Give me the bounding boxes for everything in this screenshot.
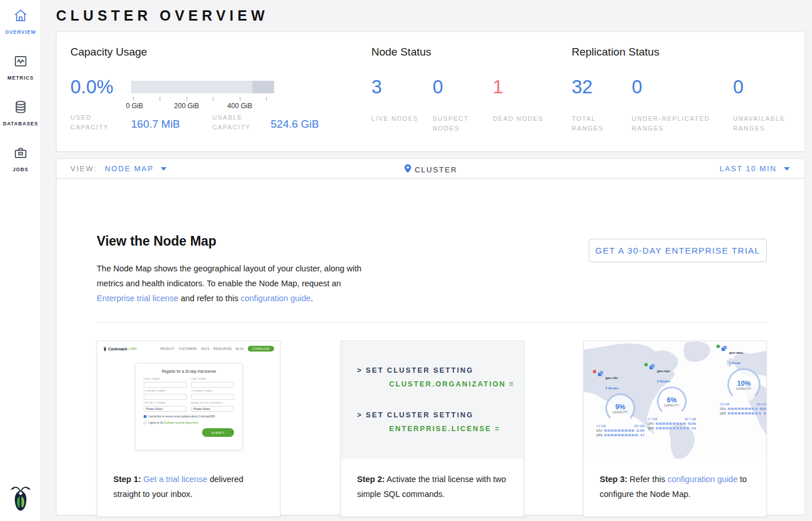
sql-line: CLUSTER.ORGANIZATION = [389,380,514,388]
node-cube-icon [598,371,604,377]
used-capacity-value: 160.7 MiB [131,118,180,131]
sidebar-item-label: JOBS [13,167,29,172]
sidebar-item-jobs[interactable]: JOBS [0,137,41,183]
unavailable-ranges-metric: 0 UNAVAILABLE RANGES [733,76,786,133]
nav-docs: DOCS [201,348,209,350]
configuration-guide-link[interactable]: configuration guide [667,475,738,484]
live-node-dot [716,345,720,348]
dead-node-dot [593,370,596,373]
section-divider [97,322,767,323]
step-3-card: geo-sfo2 Nodes 9% CAPACITY 3.2 GiB351 Gi… [583,341,767,517]
nav-blog: BLOG [236,348,244,350]
step-number: Step 1: [113,475,141,484]
view-label: VIEW: [70,164,97,173]
caption-text: Refer this [627,475,667,484]
locality-geo-nyc: geo-nyc2 Nodes 6% CAPACITY 3.7 GiB65.7 G… [644,364,699,430]
capacity-label: CAPACITY [664,404,680,407]
sidebar-item-overview[interactable]: OVERVIEW [0,0,41,46]
step-3-caption: Step 3: Refer this configuration guide t… [584,472,766,502]
gauge-tick [187,97,187,101]
checkbox-checked-icon [144,415,146,418]
license-agreement-link: Software License Agreement. [164,421,199,424]
agree-checkbox-label: I agree to the [148,421,164,424]
last-name-field [191,382,234,388]
capacity-used-percent: 0.0% [70,76,113,98]
gauge-tick [266,97,267,101]
live-nodes-label: LIVE NODES [371,114,424,124]
sql-line: > SET CLUSTER SETTING [357,411,474,419]
download-button: DOWNLOAD [248,346,274,352]
suspect-nodes-value: 0 [433,76,443,97]
capacity-label: CAPACITY [613,411,628,414]
page-title: CLUSTER OVERVIEW [56,7,268,24]
company-email-field [191,394,234,400]
nav-customers: CUSTOMERS [179,348,197,350]
configuration-guide-link[interactable]: configuration guide [240,294,311,303]
chevron-down-icon[interactable] [161,167,167,171]
cpu-bar [604,429,635,432]
time-range-selector[interactable]: LAST 10 MIN [720,164,790,173]
field-label: REASON FOR INTEREST [191,401,234,404]
get-trial-license-link[interactable]: Get a trial license [143,475,207,484]
sidebar-item-label: DATABASES [3,121,38,127]
qps-value: 8.4 [764,412,766,415]
locality-name: geo-sfo [605,376,618,380]
suspect-nodes-metric: 0 SUSPECT NODES [433,76,485,133]
cockroach-labs-logo [0,484,41,513]
sidebar: OVERVIEW METRICS DATABASES [0,0,41,521]
mini-site-nav: PRODUCT CUSTOMERS DOCS RESOURCES BLOG DO… [160,346,274,352]
enterprise-trial-license-link[interactable]: Enterprise trial license [97,294,179,303]
sql-code-preview: > SET CLUSTER SETTING CLUSTER.ORGANIZATI… [341,341,524,459]
node-status-title: Node Status [371,46,431,58]
database-icon [13,100,28,117]
usable-capacity-label: USABLE CAPACITY [212,113,258,132]
cpu-label: CPU [596,429,603,432]
qps-bar [656,427,690,429]
under-replicated-ranges-label: UNDER-REPLICATED RANGES [632,114,729,133]
capacity-low: 3.6 GiB [720,402,730,406]
map-pin-icon [404,164,411,175]
qps-value: 0.0 [692,427,696,430]
field-label: COMPANY NAME [144,389,187,392]
usable-capacity-value: 524.6 GiB [271,118,319,131]
field-label: PROJECT PHASE [144,401,187,404]
sql-line: > SET CLUSTER SETTING [357,366,474,374]
dead-nodes-metric: 1 DEAD NODES [493,76,545,124]
sidebar-item-label: METRICS [7,75,34,81]
node-map-title: View the Node Map [97,234,216,249]
qps-label: QPS [720,412,726,415]
first-name-field [144,382,187,388]
locality-node-count: 2 Nodes [605,386,619,390]
home-icon [13,8,28,25]
sql-line: ENTERPRISE.LICENSE = [389,425,500,433]
qps-label: QPS [648,427,654,430]
capacity-gauge-dark-segment [252,81,274,93]
enterprise-trial-button[interactable]: GET A 30-DAY ENTERPRISE TRIAL [589,239,767,262]
brand-text: Cockroach [108,347,128,351]
checkbox-icon [144,421,146,424]
submit-button: SUBMIT [202,428,234,437]
node-cube-icon [722,346,727,352]
sidebar-item-metrics[interactable]: METRICS [0,46,41,92]
under-replicated-ranges-value: 0 [632,76,642,97]
capacity-ring: 10% CAPACITY [727,368,760,401]
live-nodes-value: 3 [371,76,382,97]
description-text: The Node Map shows the geographical layo… [97,264,362,288]
cpu-label: CPU [648,422,654,425]
gauge-tick [213,97,213,101]
cpu-value: 11.0% [636,429,644,432]
capacity-label: CAPACITY [736,388,752,390]
total-ranges-label: TOTAL RANGES [572,114,624,133]
locality-geo-sfo: geo-sfo2 Nodes 9% CAPACITY 3.2 GiB351 Gi… [593,371,648,437]
cpu-value: 53.0% [760,407,766,411]
gauge-tick-label: 0 GiB [126,102,143,110]
briefcase-icon [13,145,28,163]
capacity-percent: 9% [615,403,625,411]
view-selector[interactable]: NODE MAP [105,164,153,173]
trial-registration-form: Register for a 30-day trial license FIRS… [135,363,243,450]
locality-node-count: 1 Node [729,361,740,365]
nav-resources: RESOURCES [213,348,232,350]
sidebar-item-databases[interactable]: DATABASES [0,92,41,137]
cpu-bar [656,423,686,425]
cockroach-labs-mini-logo: Cockroach LABS [103,346,137,352]
